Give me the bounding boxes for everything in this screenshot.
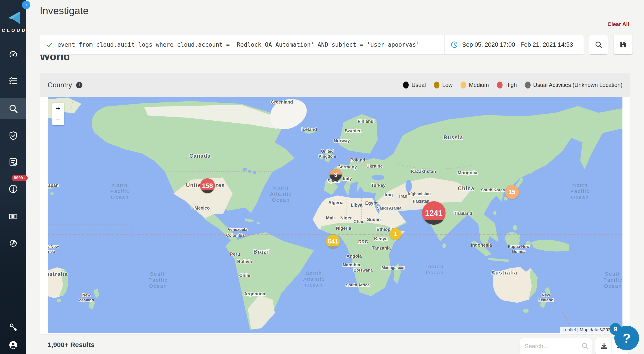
sidebar-item-compute[interactable] bbox=[0, 206, 26, 227]
results-search bbox=[520, 338, 592, 354]
legend-label: Usual bbox=[411, 82, 426, 88]
svg-text:Madagascar: Madagascar bbox=[382, 266, 405, 270]
zoom-in-button[interactable]: + bbox=[52, 103, 64, 114]
svg-text:SouthPacificOcean: SouthPacificOcean bbox=[603, 271, 622, 289]
svg-text:Peru: Peru bbox=[230, 252, 240, 256]
svg-text:Saudi Arabia: Saudi Arabia bbox=[377, 206, 402, 210]
sidebar-item-reports[interactable] bbox=[0, 152, 26, 172]
key-icon bbox=[8, 322, 18, 332]
svg-text:China: China bbox=[458, 186, 474, 192]
svg-text:Turkey: Turkey bbox=[371, 183, 386, 188]
svg-text:Kenya: Kenya bbox=[374, 236, 388, 241]
legend-label: Low bbox=[442, 82, 452, 88]
svg-text:NorthPacificOcean: NorthPacificOcean bbox=[570, 182, 590, 200]
sidebar-expand-button[interactable] bbox=[22, 1, 30, 9]
svg-text:Pakistan: Pakistan bbox=[413, 199, 429, 204]
svg-text:SouthAtlanticOcean: SouthAtlanticOcean bbox=[303, 270, 325, 288]
svg-text:Mexico: Mexico bbox=[194, 206, 210, 210]
svg-text:South Korea: South Korea bbox=[481, 188, 505, 192]
svg-text:SouthPacificOcean: SouthPacificOcean bbox=[148, 271, 168, 289]
search-icon bbox=[8, 104, 18, 114]
svg-text:Mali: Mali bbox=[326, 216, 335, 220]
legend-label: Medium bbox=[469, 82, 489, 88]
sidebar-item-investigate[interactable] bbox=[0, 98, 26, 119]
save-search-button[interactable] bbox=[613, 35, 633, 54]
svg-text:Indonesia: Indonesia bbox=[471, 242, 492, 248]
alerts-count-badge: 9999+ bbox=[12, 175, 28, 181]
svg-text:Kazakhstan: Kazakhstan bbox=[411, 169, 436, 174]
search-icon bbox=[581, 342, 589, 350]
time-range-picker[interactable]: Sep 05, 2020 17:00 - Feb 21, 2021 14:53 bbox=[444, 35, 584, 54]
cluster-marker[interactable]: 15 bbox=[505, 185, 519, 199]
sidebar-item-access-keys[interactable] bbox=[0, 317, 26, 338]
svg-text:Botswana: Botswana bbox=[354, 268, 373, 272]
leaflet-link[interactable]: Leaflet bbox=[562, 327, 576, 332]
sidebar-item-dashboard[interactable] bbox=[0, 44, 26, 65]
svg-text:Chile: Chile bbox=[239, 273, 250, 278]
svg-text:Germany: Germany bbox=[338, 164, 357, 169]
svg-text:NewZealand: NewZealand bbox=[79, 293, 94, 302]
sidebar: CLOUD bbox=[0, 0, 26, 354]
svg-text:Argentina: Argentina bbox=[244, 291, 265, 296]
svg-text:Papua NewGuinea: Papua NewGuinea bbox=[508, 244, 530, 254]
cluster-marker[interactable]: 1 bbox=[390, 228, 402, 240]
sidebar-item-compliance[interactable] bbox=[0, 125, 26, 146]
clear-all-link[interactable]: Clear All bbox=[608, 21, 629, 28]
svg-text:Sweden: Sweden bbox=[345, 128, 362, 133]
svg-text:Australia: Australia bbox=[48, 271, 68, 277]
sidebar-item-settings[interactable] bbox=[0, 233, 26, 254]
svg-text:Libya: Libya bbox=[351, 202, 363, 208]
svg-text:Thailand: Thailand bbox=[454, 211, 472, 216]
zoom-out-button[interactable]: − bbox=[52, 114, 64, 125]
sidebar-item-policies[interactable] bbox=[0, 70, 26, 91]
cluster-marker[interactable]: 3 bbox=[330, 169, 342, 181]
query-text: event from cloud.audit_logs where cloud.… bbox=[58, 41, 420, 48]
cluster-count: 3 bbox=[334, 172, 337, 178]
sidebar-item-profile[interactable] bbox=[0, 335, 26, 354]
legend-dot-icon bbox=[525, 82, 530, 88]
svg-text:Poland: Poland bbox=[350, 158, 365, 162]
cluster-marker[interactable]: 158 bbox=[200, 178, 215, 193]
download-results-button[interactable] bbox=[595, 338, 613, 354]
svg-text:Mongolia: Mongolia bbox=[458, 170, 478, 175]
query-box: event from cloud.audit_logs where cloud.… bbox=[40, 35, 584, 54]
svg-text:Niger: Niger bbox=[340, 216, 352, 220]
map-zoom-control: + − bbox=[52, 103, 64, 125]
shield-check-icon bbox=[8, 131, 18, 140]
chevron-right-icon bbox=[24, 3, 28, 7]
cluster-count: 15 bbox=[508, 189, 515, 196]
gauge-icon bbox=[8, 50, 18, 60]
cluster-marker[interactable]: 541 bbox=[326, 234, 340, 248]
main-content: Investigate Clear All event from cloud.a… bbox=[26, 0, 644, 354]
info-icon[interactable]: i bbox=[76, 82, 82, 88]
svg-text:Colombia: Colombia bbox=[226, 233, 245, 238]
download-icon bbox=[600, 342, 608, 351]
svg-text:Brazil: Brazil bbox=[254, 249, 270, 255]
svg-text:Norway: Norway bbox=[334, 138, 350, 143]
legend-item: High bbox=[497, 82, 517, 88]
svg-text:Sudan: Sudan bbox=[367, 217, 380, 222]
svg-text:Iraq: Iraq bbox=[385, 192, 393, 197]
sidebar-item-alerts[interactable]: 9999+ bbox=[0, 178, 26, 199]
panel-title: Country bbox=[48, 81, 72, 89]
svg-text:Egypt: Egypt bbox=[365, 200, 378, 206]
container-icon bbox=[8, 212, 18, 222]
svg-text:Angola: Angola bbox=[346, 254, 362, 258]
svg-text:Afghanistan: Afghanistan bbox=[407, 192, 431, 196]
user-icon bbox=[8, 340, 18, 350]
logo-mark-icon bbox=[6, 11, 21, 24]
help-button[interactable]: ? bbox=[614, 326, 639, 350]
cluster-count: 541 bbox=[328, 238, 338, 245]
query-input[interactable]: event from cloud.audit_logs where cloud.… bbox=[40, 41, 444, 48]
legend-dot-icon bbox=[403, 82, 409, 88]
run-search-button[interactable] bbox=[589, 35, 608, 54]
map-legend: UsualLowMediumHighUsual Activities (Unkn… bbox=[403, 82, 622, 88]
cluster-marker[interactable]: 1241 bbox=[422, 201, 446, 224]
svg-text:Ukraine: Ukraine bbox=[366, 164, 383, 168]
page-title: Investigate bbox=[40, 5, 89, 16]
world-map[interactable]: NorthPacificOceanNorthAtlanticOceanSouth… bbox=[48, 97, 622, 333]
section-heading-clipped: World bbox=[40, 55, 70, 68]
legend-label: Usual Activities (Unknown Location) bbox=[533, 82, 622, 88]
legend-item: Medium bbox=[460, 82, 489, 88]
legend-dot-icon bbox=[497, 82, 502, 88]
